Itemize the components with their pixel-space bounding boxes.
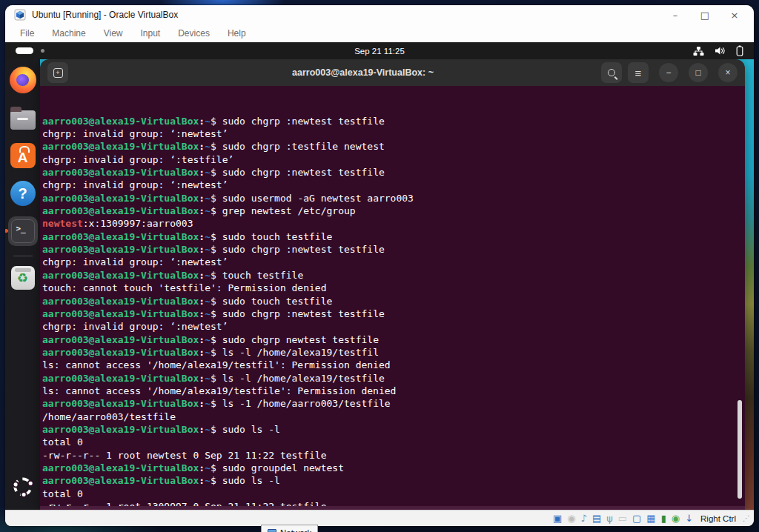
terminal-output-line: chgrp: invalid group: ‘:testfile’ [42, 153, 745, 166]
terminal-scrollbar[interactable] [738, 400, 742, 499]
vm-screen: Sep 21 11:25 [5, 42, 754, 510]
menu-help[interactable]: Help [219, 28, 255, 39]
shared-folders-icon[interactable]: ▭ [618, 513, 627, 523]
terminal-command-line: aarro003@alexa19-VirtualBox:~$ sudo ls -… [42, 474, 745, 487]
recording-icon[interactable]: ▦ [646, 513, 655, 523]
terminal-command-line: aarro003@alexa19-VirtualBox:~$ sudo user… [42, 192, 745, 205]
terminal-body[interactable]: aarro003@alexa19-VirtualBox:~$ sudo chgr… [40, 86, 745, 506]
dock-item-firefox[interactable] [8, 65, 38, 95]
terminal-command-line: aarro003@alexa19-VirtualBox:~$ sudo chgr… [42, 140, 745, 153]
resize-grip[interactable]: ⋰ [743, 514, 749, 522]
terminal-command-line: aarro003@alexa19-VirtualBox:~$ sudo grou… [42, 462, 745, 474]
dock-item-show-apps[interactable] [8, 472, 38, 502]
help-icon: ? [10, 181, 36, 206]
battery-icon [736, 45, 743, 56]
vbox-statusbar: ▣◉♪▤ψ▭▢▦▮◉↓ Right Ctrl ⋰ [5, 510, 754, 526]
network-window-icon [268, 529, 276, 532]
ethernet-icon [693, 46, 704, 56]
dock: A ? >_ ♻ [5, 59, 40, 510]
trash-icon: ♻ [11, 266, 35, 290]
dock-item-terminal[interactable]: >_ [8, 216, 38, 246]
terminal-output-line: /home/aarro003/testfile [42, 410, 745, 423]
terminal-command-line: aarro003@alexa19-VirtualBox:~$ touch tes… [42, 269, 745, 282]
terminal-command-line: aarro003@alexa19-VirtualBox:~$ sudo chgr… [42, 307, 745, 320]
terminal-output-line: newtest:x:1309997:aarro003 [42, 217, 745, 230]
terminal-command-line: aarro003@alexa19-VirtualBox:~$ ls -l /ho… [42, 346, 745, 359]
terminal-icon: >_ [11, 219, 35, 243]
terminal-header[interactable]: + aarro003@alexa19-VirtualBox: ~ ≡ − □ × [40, 59, 745, 86]
usb-icon[interactable]: ψ [606, 513, 613, 523]
keyboard-capture-icon[interactable]: ↓ [685, 513, 693, 523]
terminal-command-line: aarro003@alexa19-VirtualBox:~$ sudo ls -… [42, 423, 745, 436]
terminal-command-line: aarro003@alexa19-VirtualBox:~$ sudo chgr… [42, 243, 745, 256]
terminal-output-line: chgrp: invalid group: ‘:newtest’ [42, 179, 745, 191]
search-button[interactable] [601, 62, 622, 83]
menu-view[interactable]: View [95, 28, 132, 39]
optical-disc-icon[interactable]: ◉ [567, 513, 575, 523]
firefox-icon [10, 67, 36, 93]
menubar: File Machine View Input Devices Help [5, 24, 754, 42]
dock-item-trash[interactable]: ♻ [8, 263, 38, 293]
virtualbox-logo-icon [14, 9, 26, 21]
ubuntu-logo-icon [10, 474, 36, 499]
terminal-close-button[interactable]: × [718, 63, 738, 82]
display-icon[interactable]: ▢ [632, 513, 641, 523]
terminal-command-line: aarro003@alexa19-VirtualBox:~$ sudo chgr… [42, 333, 745, 346]
clock[interactable]: Sep 21 11:25 [5, 47, 754, 56]
ubuntu-topbar: Sep 21 11:25 [5, 42, 754, 59]
dock-item-app-center[interactable]: A [8, 141, 38, 170]
terminal-output-line: -rw-r--r-- 1 root newtest 0 Sep 21 11:22… [42, 449, 745, 462]
dock-separator [13, 256, 33, 256]
titlebar: Ubuntu [Running] - Oracle VirtualBox – □… [5, 5, 754, 24]
terminal-command-line: aarro003@alexa19-VirtualBox:~$ sudo touc… [42, 230, 745, 243]
terminal-command-line: aarro003@alexa19-VirtualBox:~$ sudo chgr… [42, 166, 745, 179]
terminal-minimize-button[interactable]: − [659, 63, 678, 82]
terminal-output-line: -rw-r--r-- 1 root 1309997 0 Sep 21 11:22… [42, 500, 745, 506]
system-tray[interactable] [693, 45, 743, 56]
mouse-integration-icon[interactable]: ◉ [672, 513, 680, 523]
virtualbox-window: Ubuntu [Running] - Oracle VirtualBox – □… [5, 5, 754, 526]
hard-disk-icon[interactable]: ▣ [553, 513, 562, 523]
new-tab-button[interactable]: + [47, 62, 68, 83]
terminal-bottom-edge [40, 506, 745, 510]
terminal-title: aarro003@alexa19-VirtualBox: ~ [129, 67, 597, 78]
host-network-tooltip: Network [261, 525, 318, 532]
terminal-command-line: aarro003@alexa19-VirtualBox:~$ sudo chgr… [42, 115, 745, 127]
terminal-command-line: aarro003@alexa19-VirtualBox:~$ ls -1 /ho… [42, 397, 745, 410]
dock-item-help[interactable]: ? [8, 179, 38, 208]
terminal-output-line: chgrp: invalid group: ‘:newtest’ [42, 320, 745, 333]
network-icon[interactable]: ▤ [592, 513, 601, 523]
host-key-label: Right Ctrl [700, 514, 736, 523]
menu-input[interactable]: Input [132, 28, 170, 39]
features-icon[interactable]: ▮ [661, 513, 666, 523]
terminal-output-line: ls: cannot access '/home/alexa19/testfil… [42, 359, 745, 371]
menu-button[interactable]: ≡ [628, 62, 649, 83]
host-tooltip-label: Network [280, 528, 311, 532]
close-button[interactable]: × [720, 6, 749, 24]
terminal-output-line: total 0 [42, 488, 745, 500]
hamburger-icon: ≡ [635, 67, 642, 79]
dock-item-files[interactable] [8, 103, 38, 133]
search-icon [608, 69, 615, 76]
minimize-button[interactable]: – [660, 6, 690, 24]
terminal-output-line: touch: cannot touch 'testfile': Permissi… [42, 282, 745, 294]
terminal-output-line: ls: cannot access '/home/alexa19/testfil… [42, 385, 745, 397]
terminal-output-line: total 0 [42, 436, 745, 448]
terminal-command-line: aarro003@alexa19-VirtualBox:~$ grep newt… [42, 205, 745, 217]
new-tab-icon: + [53, 68, 63, 78]
terminal-command-line: aarro003@alexa19-VirtualBox:~$ sudo touc… [42, 295, 745, 307]
terminal-maximize-button[interactable]: □ [689, 63, 708, 82]
vm-desktop: A ? >_ ♻ [5, 59, 754, 510]
terminal-output-line: chgrp: invalid group: ‘:newtest’ [42, 127, 745, 140]
app-center-icon: A [10, 143, 36, 168]
menu-file[interactable]: File [11, 28, 43, 39]
audio-icon[interactable]: ♪ [581, 513, 587, 523]
terminal-window: + aarro003@alexa19-VirtualBox: ~ ≡ − □ × [40, 59, 745, 510]
files-folder-icon [10, 110, 36, 130]
menu-machine[interactable]: Machine [43, 28, 94, 39]
window-title: Ubuntu [Running] - Oracle VirtualBox [32, 10, 178, 20]
terminal-command-line: aarro003@alexa19-VirtualBox:~$ ls -l /ho… [42, 372, 745, 385]
volume-icon [715, 46, 726, 56]
menu-devices[interactable]: Devices [169, 28, 219, 39]
maximize-button[interactable]: □ [690, 6, 720, 24]
